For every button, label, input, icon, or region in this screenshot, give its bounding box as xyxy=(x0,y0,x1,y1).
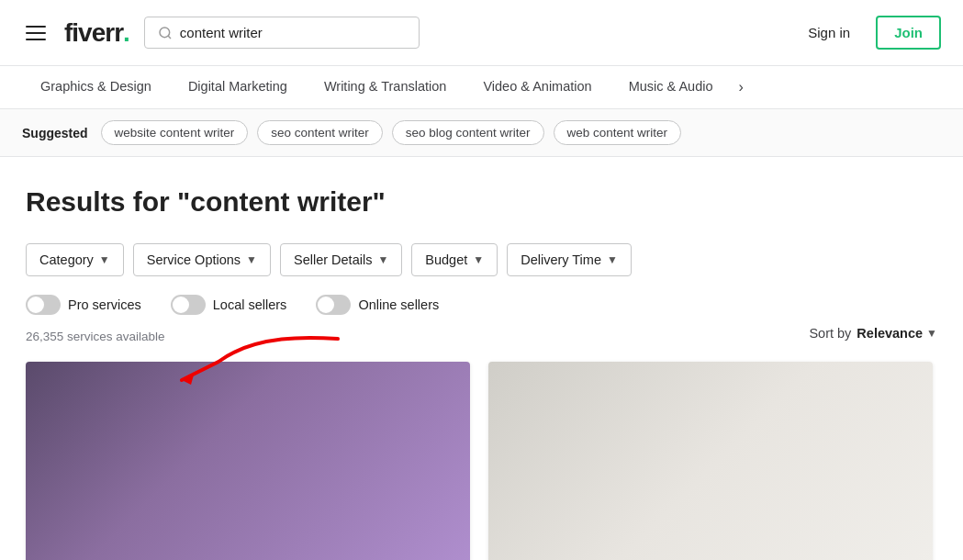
filter-row: Category ▼ Service Options ▼ Seller Deta… xyxy=(26,243,937,276)
local-sellers-toggle[interactable] xyxy=(171,295,206,315)
results-title: Results for "content writer" xyxy=(26,186,937,218)
header: fiverr. Sign in Join xyxy=(0,0,963,66)
gig-card-1[interactable] xyxy=(488,362,933,560)
filter-budget[interactable]: Budget ▼ xyxy=(411,243,498,276)
nav-item-graphics[interactable]: Graphics & Design xyxy=(22,66,170,108)
sign-in-button[interactable]: Sign in xyxy=(797,17,861,48)
toggle-group-local: Local sellers xyxy=(171,295,287,315)
filter-service-options[interactable]: Service Options ▼ xyxy=(133,243,271,276)
hamburger-menu[interactable] xyxy=(22,22,50,44)
filter-seller-details-chevron: ▼ xyxy=(377,253,388,266)
filter-seller-details[interactable]: Seller Details ▼ xyxy=(280,243,402,276)
filter-category[interactable]: Category ▼ xyxy=(26,243,124,276)
filter-budget-chevron: ▼ xyxy=(473,253,484,266)
svg-line-1 xyxy=(168,36,171,39)
services-count: 26,355 services available xyxy=(26,330,165,343)
svg-point-0 xyxy=(160,28,170,38)
sort-button[interactable]: Relevance ▼ xyxy=(857,326,937,341)
online-sellers-toggle[interactable] xyxy=(316,295,351,315)
suggestion-tag-3[interactable]: web content writer xyxy=(554,120,682,145)
pro-services-toggle[interactable] xyxy=(26,295,61,315)
gig-thumbnail-0 xyxy=(26,362,470,560)
filter-delivery-time-label: Delivery Time xyxy=(521,252,601,267)
toggle-group-pro: Pro services xyxy=(26,295,141,315)
main-content: Results for "content writer" Category ▼ … xyxy=(0,157,963,560)
local-sellers-label: Local sellers xyxy=(213,297,287,312)
filter-category-label: Category xyxy=(39,252,94,267)
filter-delivery-time-chevron: ▼ xyxy=(607,253,618,266)
results-title-prefix: Results for xyxy=(26,186,177,217)
nav-item-digital-marketing[interactable]: Digital Marketing xyxy=(170,66,306,108)
logo[interactable]: fiverr. xyxy=(64,18,129,48)
search-box xyxy=(144,17,420,49)
category-nav: Graphics & Design Digital Marketing Writ… xyxy=(0,66,963,109)
suggestion-tag-1[interactable]: seo content writer xyxy=(257,120,383,145)
nav-item-music[interactable]: Music & Audio xyxy=(610,66,732,108)
logo-dot: . xyxy=(123,18,129,48)
gig-card-0[interactable] xyxy=(26,362,470,560)
toggle-row: Pro services Local sellers Online seller… xyxy=(26,295,937,315)
results-query: "content writer" xyxy=(177,186,386,217)
gig-thumbnail-1 xyxy=(488,362,933,560)
toggle-group-online: Online sellers xyxy=(316,295,439,315)
search-input[interactable] xyxy=(180,25,406,40)
nav-chevron-right[interactable]: › xyxy=(732,66,751,108)
filter-budget-label: Budget xyxy=(425,252,467,267)
pro-services-label: Pro services xyxy=(68,297,141,312)
filter-seller-details-label: Seller Details xyxy=(294,252,372,267)
suggestion-tag-2[interactable]: seo blog content writer xyxy=(392,120,544,145)
sort-chevron: ▼ xyxy=(926,327,937,340)
sort-label: Sort by xyxy=(809,326,851,341)
filter-service-options-label: Service Options xyxy=(147,252,241,267)
nav-item-writing[interactable]: Writing & Translation xyxy=(306,66,465,108)
online-sellers-label: Online sellers xyxy=(358,297,439,312)
filter-delivery-time[interactable]: Delivery Time ▼ xyxy=(507,243,632,276)
count-sort-row: 26,355 services available Sort by Releva… xyxy=(26,330,937,343)
nav-item-video[interactable]: Video & Animation xyxy=(465,66,610,108)
gig-row xyxy=(26,362,937,560)
join-button[interactable]: Join xyxy=(876,16,941,50)
sort-section: Sort by Relevance ▼ xyxy=(809,326,937,341)
suggested-bar: Suggested website content writer seo con… xyxy=(0,109,963,157)
suggestion-tag-0[interactable]: website content writer xyxy=(101,120,249,145)
sort-value: Relevance xyxy=(857,326,923,341)
filter-category-chevron: ▼ xyxy=(99,253,110,266)
suggested-label: Suggested xyxy=(22,126,88,140)
logo-text: fiverr xyxy=(64,18,123,48)
search-icon xyxy=(158,26,173,40)
filter-service-options-chevron: ▼ xyxy=(246,253,257,266)
